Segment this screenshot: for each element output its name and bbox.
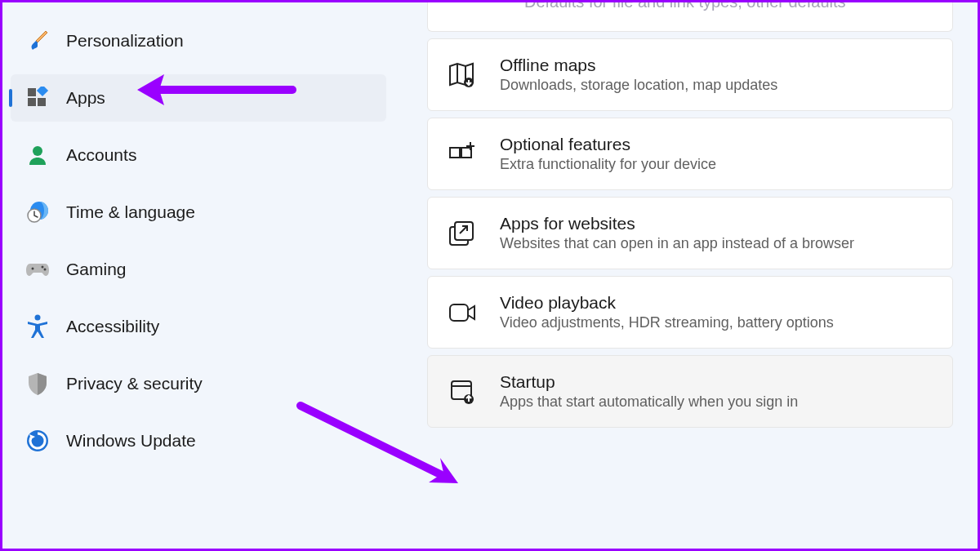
- sidebar-item-apps[interactable]: Apps: [11, 74, 386, 122]
- optional-features-icon: [448, 140, 477, 169]
- svg-rect-16: [455, 222, 473, 240]
- sidebar-item-label: Gaming: [66, 260, 127, 279]
- settings-card-video-playback[interactable]: Video playback Video adjustments, HDR st…: [427, 276, 953, 349]
- sidebar-item-accessibility[interactable]: Accessibility: [11, 303, 386, 350]
- apps-websites-icon: [448, 219, 477, 248]
- card-title: Offline maps: [500, 56, 933, 75]
- card-description: Downloads, storage location, map updates: [500, 77, 933, 94]
- gamepad-icon: [25, 257, 50, 282]
- card-description: Extra functionality for your device: [500, 156, 933, 173]
- sidebar-item-label: Accounts: [66, 145, 136, 165]
- svg-point-10: [35, 315, 41, 321]
- svg-point-8: [42, 266, 44, 269]
- settings-card-apps-for-websites[interactable]: Apps for websites Websites that can open…: [427, 197, 953, 269]
- sidebar-item-privacy-security[interactable]: Privacy & security: [11, 360, 386, 407]
- svg-rect-17: [450, 304, 468, 321]
- sidebar-item-label: Apps: [66, 88, 105, 108]
- settings-card-startup[interactable]: Startup Apps that start automatically wh…: [427, 355, 953, 428]
- card-title: Video playback: [500, 293, 933, 313]
- svg-point-4: [33, 146, 42, 156]
- sidebar-item-gaming[interactable]: Gaming: [11, 246, 386, 293]
- apps-icon: [25, 86, 50, 110]
- video-icon: [448, 298, 477, 327]
- svg-rect-2: [38, 98, 46, 106]
- apps-settings-panel: Defaults for file and link types, other …: [394, 2, 978, 549]
- sidebar-item-label: Accessibility: [66, 317, 159, 336]
- card-description: Apps that start automatically when you s…: [500, 393, 933, 411]
- settings-card-offline-maps[interactable]: Offline maps Downloads, storage location…: [427, 38, 953, 111]
- sidebar-item-label: Personalization: [66, 31, 184, 51]
- startup-icon: [448, 377, 477, 407]
- settings-card-optional-features[interactable]: Optional features Extra functionality fo…: [427, 118, 953, 190]
- card-description: Defaults for file and link types, other …: [448, 2, 846, 21]
- shield-icon: [25, 371, 50, 396]
- sidebar-item-windows-update[interactable]: Windows Update: [11, 417, 386, 464]
- person-icon: [25, 143, 50, 167]
- svg-rect-3: [37, 87, 48, 96]
- globe-clock-icon: [25, 200, 50, 224]
- settings-card-default-apps-cut[interactable]: Defaults for file and link types, other …: [427, 2, 953, 32]
- svg-point-9: [44, 269, 47, 271]
- update-icon: [25, 429, 50, 453]
- sidebar-item-personalization[interactable]: Personalization: [11, 17, 386, 64]
- card-title: Startup: [500, 372, 933, 392]
- card-description: Websites that can open in an app instead…: [500, 235, 933, 252]
- sidebar-item-time-language[interactable]: Time & language: [11, 189, 386, 236]
- accessibility-icon: [25, 314, 50, 339]
- svg-point-7: [32, 268, 34, 270]
- map-icon: [448, 60, 477, 90]
- sidebar-item-accounts[interactable]: Accounts: [11, 131, 386, 179]
- sidebar-item-label: Privacy & security: [66, 374, 203, 393]
- sidebar-item-label: Time & language: [66, 202, 195, 222]
- card-description: Video adjustments, HDR streaming, batter…: [500, 314, 933, 331]
- settings-sidebar: Personalization Apps Accounts Time & lan…: [2, 2, 394, 549]
- paintbrush-icon: [25, 29, 50, 53]
- card-title: Optional features: [500, 135, 933, 154]
- card-title: Apps for websites: [500, 214, 933, 233]
- svg-rect-1: [28, 98, 36, 106]
- sidebar-item-label: Windows Update: [66, 431, 196, 451]
- svg-rect-0: [28, 88, 36, 96]
- svg-rect-13: [450, 148, 460, 158]
